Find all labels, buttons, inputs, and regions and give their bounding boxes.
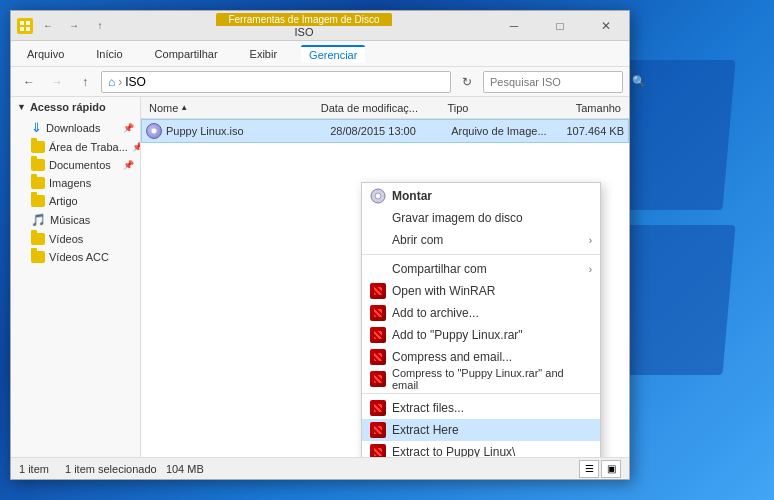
- address-box[interactable]: ⌂ › ISO: [101, 71, 451, 93]
- winrar-icon: [370, 349, 386, 365]
- context-menu: Montar Gravar imagem do disco Abrir com …: [361, 182, 601, 457]
- sidebar-item-downloads[interactable]: ⇓ Downloads 📌: [11, 117, 140, 138]
- ctx-add-puppy[interactable]: Add to "Puppy Linux.rar": [362, 324, 600, 346]
- main-content: ▼ Acesso rápido ⇓ Downloads 📌 Área de Tr…: [11, 97, 629, 457]
- ctx-extract-files[interactable]: Extract files...: [362, 397, 600, 419]
- refresh-button[interactable]: ↻: [455, 71, 479, 93]
- col-header-name[interactable]: Nome ▲: [145, 102, 317, 114]
- ctx-abrir-com[interactable]: Abrir com ›: [362, 229, 600, 251]
- separator: [362, 393, 600, 394]
- column-headers: Nome ▲ Data de modificaç... Tipo Tamanho: [141, 97, 629, 119]
- status-selected: 1 item selecionado 104 MB: [65, 463, 204, 475]
- file-size: 107.464 KB: [555, 125, 624, 137]
- close-button[interactable]: ✕: [583, 11, 629, 40]
- sidebar: ▼ Acesso rápido ⇓ Downloads 📌 Área de Tr…: [11, 97, 141, 457]
- nav-back[interactable]: ←: [17, 71, 41, 93]
- search-icon: 🔍: [632, 75, 646, 88]
- status-bar: 1 item 1 item selecionado 104 MB ☰ ▣: [11, 457, 629, 479]
- separator: [362, 254, 600, 255]
- ribbon-label: Ferramentas de Imagem de Disco: [216, 13, 391, 26]
- svg-rect-1: [26, 21, 30, 25]
- winrar-icon: [370, 400, 386, 416]
- ctx-compress-puppy-email[interactable]: Compress to "Puppy Linux.rar" and email: [362, 368, 600, 390]
- status-count: 1 item: [19, 463, 49, 475]
- folder-icon: [31, 195, 45, 207]
- sidebar-item-musicas[interactable]: 🎵 Músicas: [11, 210, 140, 230]
- view-icons: ☰ ▣: [579, 460, 621, 478]
- breadcrumb-sep: ›: [118, 75, 122, 89]
- ctx-extract-here[interactable]: Extract Here: [362, 419, 600, 441]
- svg-point-6: [377, 195, 380, 198]
- ctx-gravar[interactable]: Gravar imagem do disco: [362, 207, 600, 229]
- ctx-open-winrar[interactable]: Open with WinRAR: [362, 280, 600, 302]
- view-details-button[interactable]: ☰: [579, 460, 599, 478]
- file-date: 28/08/2015 13:00: [330, 125, 451, 137]
- title-bar-center: Ferramentas de Imagem de Disco ISO: [117, 11, 491, 40]
- sidebar-item-area-trabalho[interactable]: Área de Traba... 📌: [11, 138, 140, 156]
- ctx-compress-email[interactable]: Compress and email...: [362, 346, 600, 368]
- sidebar-item-documentos[interactable]: Documentos 📌: [11, 156, 140, 174]
- col-header-type[interactable]: Tipo: [443, 102, 552, 114]
- up-button[interactable]: ↑: [89, 15, 111, 37]
- col-header-date[interactable]: Data de modificaç...: [317, 102, 444, 114]
- winrar-icon: [370, 422, 386, 438]
- title-bar-left: ← → ↑: [11, 11, 117, 40]
- folder-icon: [31, 251, 45, 263]
- folder-icon: [31, 177, 45, 189]
- pin-icon: 📌: [123, 160, 134, 170]
- pin-icon: 📌: [123, 123, 134, 133]
- nav-up[interactable]: ↑: [73, 71, 97, 93]
- svg-rect-3: [26, 27, 30, 31]
- nav-forward[interactable]: →: [45, 71, 69, 93]
- submenu-arrow: ›: [589, 264, 592, 275]
- file-area: Nome ▲ Data de modificaç... Tipo Tamanho…: [141, 97, 629, 457]
- sidebar-item-videos[interactable]: Vídeos: [11, 230, 140, 248]
- empty-icon: [370, 210, 386, 226]
- ctx-add-archive[interactable]: Add to archive...: [362, 302, 600, 324]
- breadcrumb-path: ISO: [125, 75, 146, 89]
- breadcrumb-home: ⌂: [108, 75, 115, 89]
- ctx-compartilhar-com[interactable]: Compartilhar com ›: [362, 258, 600, 280]
- winrar-icon: [370, 283, 386, 299]
- search-input[interactable]: [490, 76, 628, 88]
- winrar-icon: [370, 327, 386, 343]
- view-tiles-button[interactable]: ▣: [601, 460, 621, 478]
- sidebar-quick-access-header[interactable]: ▼ Acesso rápido: [11, 97, 140, 117]
- maximize-button[interactable]: □: [537, 11, 583, 40]
- sidebar-item-imagens[interactable]: Imagens: [11, 174, 140, 192]
- ctx-montar[interactable]: Montar: [362, 185, 600, 207]
- window-title: ISO: [295, 26, 314, 38]
- sidebar-item-videos-acc[interactable]: Vídeos ACC: [11, 248, 140, 266]
- folder-icon: [31, 233, 45, 245]
- window-icon: [17, 18, 33, 34]
- folder-icon: [31, 141, 45, 153]
- back-button[interactable]: ←: [37, 15, 59, 37]
- address-bar-row: ← → ↑ ⌂ › ISO ↻ 🔍: [11, 67, 629, 97]
- winrar-icon: [370, 371, 386, 387]
- tab-exibir[interactable]: Exibir: [242, 46, 286, 62]
- ctx-extract-to[interactable]: Extract to Puppy Linux\: [362, 441, 600, 457]
- tab-inicio[interactable]: Início: [88, 46, 130, 62]
- file-row[interactable]: Puppy Linux.iso 28/08/2015 13:00 Arquivo…: [141, 119, 629, 143]
- forward-button[interactable]: →: [63, 15, 85, 37]
- sidebar-item-artigo[interactable]: Artigo: [11, 192, 140, 210]
- empty-icon: [370, 232, 386, 248]
- submenu-arrow: ›: [589, 235, 592, 246]
- winrar-icon: [370, 305, 386, 321]
- winrar-icon: [370, 444, 386, 457]
- window-controls: ─ □ ✕: [491, 11, 629, 40]
- tab-arquivo[interactable]: Arquivo: [19, 46, 72, 62]
- file-type: Arquivo de Image...: [451, 125, 555, 137]
- search-box[interactable]: 🔍: [483, 71, 623, 93]
- tab-compartilhar[interactable]: Compartilhar: [147, 46, 226, 62]
- minimize-button[interactable]: ─: [491, 11, 537, 40]
- tab-gerenciar[interactable]: Gerenciar: [301, 45, 365, 63]
- col-header-size[interactable]: Tamanho: [552, 102, 625, 114]
- disc-icon: [370, 188, 386, 204]
- title-bar: ← → ↑ Ferramentas de Imagem de Disco ISO…: [11, 11, 629, 41]
- download-icon: ⇓: [31, 120, 42, 135]
- ribbon: Arquivo Início Compartilhar Exibir Geren…: [11, 41, 629, 67]
- svg-rect-2: [20, 27, 24, 31]
- sort-icon: ▲: [180, 103, 188, 112]
- chevron-down-icon: ▼: [17, 102, 26, 112]
